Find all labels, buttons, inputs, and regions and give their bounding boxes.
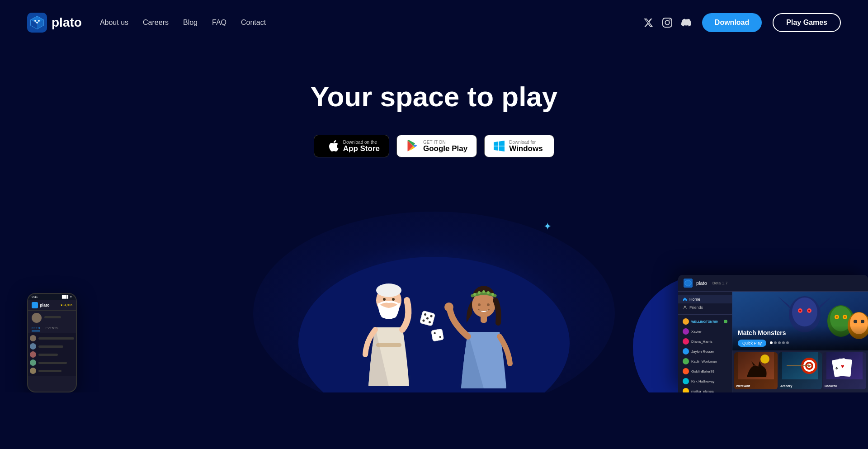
windows-big: Windows	[509, 145, 542, 152]
download-button[interactable]: Download	[702, 13, 762, 32]
hero-section: Your space to play Download on the App S…	[0, 45, 868, 184]
game-thumb-werewolf[interactable]: Werewolf	[734, 352, 778, 389]
home-icon	[683, 297, 687, 302]
zeus-character	[353, 264, 425, 392]
svg-point-9	[383, 298, 386, 301]
svg-point-40	[808, 310, 810, 312]
nav-contact[interactable]: Contact	[241, 19, 266, 26]
svg-point-39	[799, 310, 801, 312]
list-item: WELLINGTON789	[678, 317, 732, 326]
nav-careers[interactable]: Careers	[143, 19, 169, 26]
desktop-sidebar: Home Friends WELLINGTON789 Xavier	[678, 292, 732, 392]
friends-icon	[683, 305, 687, 310]
svg-rect-5	[376, 343, 401, 347]
navbar: plato About us Careers Blog FAQ Contact …	[0, 0, 868, 45]
appstore-small: Download on the	[343, 140, 380, 145]
googleplay-button[interactable]: GET IT ON Google Play	[396, 135, 477, 157]
woman-character	[443, 269, 524, 392]
list-item: Diana_Harris	[678, 336, 732, 346]
carousel-dots	[770, 341, 789, 344]
svg-point-2	[38, 20, 40, 22]
apple-logo-icon	[328, 140, 339, 152]
svg-point-30	[478, 303, 481, 306]
nav-blog[interactable]: Blog	[183, 19, 198, 26]
nav-right: Download Play Games	[643, 13, 841, 32]
twitter-icon[interactable]	[643, 18, 653, 28]
instagram-icon[interactable]	[662, 18, 672, 28]
list-item	[30, 359, 74, 366]
googleplay-small: GET IT ON	[423, 140, 467, 145]
svg-point-36	[792, 298, 817, 326]
desktop-logo-icon	[684, 279, 693, 288]
svg-point-8	[376, 284, 401, 297]
svg-point-52	[760, 354, 769, 364]
windows-icon	[494, 141, 505, 151]
logo-text: plato	[52, 15, 82, 30]
mockup-tab-events[interactable]: EVENTS	[46, 326, 58, 331]
list-item: Xavier	[678, 326, 732, 336]
mockup-app-header: plato ★34,916	[28, 300, 76, 311]
game-thumb-bankroll[interactable]: ♥ ♠ Bankroll	[823, 352, 866, 389]
googleplay-text: GET IT ON Google Play	[423, 140, 467, 152]
nav-faq[interactable]: FAQ	[212, 19, 226, 26]
windows-text: Download for Windows	[509, 140, 542, 152]
logo-link[interactable]: plato	[27, 13, 82, 33]
game-thumb-archery[interactable]: Archery	[778, 352, 822, 389]
hero-title: Your space to play	[311, 81, 558, 112]
online-dot	[724, 320, 727, 323]
sidebar-home[interactable]: Home	[678, 295, 732, 303]
discord-icon[interactable]	[681, 18, 691, 28]
svg-point-45	[836, 316, 838, 318]
desktop-version: Beta 1.7	[712, 281, 728, 285]
game-thumbnails: Werewolf	[732, 350, 868, 391]
svg-point-25	[473, 293, 476, 296]
svg-point-33	[684, 306, 686, 307]
svg-point-22	[444, 302, 453, 312]
svg-text:♠: ♠	[835, 365, 838, 370]
desktop-app-name: plato	[696, 280, 707, 286]
svg-point-46	[844, 316, 846, 318]
list-item	[30, 368, 74, 374]
desktop-app-mockup: plato Beta 1.7 Home Friends WELLI	[678, 275, 868, 392]
woman-svg	[443, 269, 524, 391]
googleplay-big: Google Play	[423, 145, 467, 152]
svg-text:♥: ♥	[841, 363, 844, 369]
list-item	[30, 351, 74, 358]
logo-icon	[27, 13, 47, 33]
nav-left: plato About us Careers Blog FAQ Contact	[27, 13, 266, 33]
mockup-signal-icons: ▊▊▊ ✦	[62, 295, 72, 299]
mockup-user-list	[28, 333, 76, 376]
mockup-name-bar	[44, 316, 61, 318]
appstore-text: Download on the App Store	[343, 140, 380, 152]
svg-point-31	[487, 303, 490, 306]
game-thumb-label-archery: Archery	[780, 384, 792, 388]
list-item	[30, 343, 74, 350]
svg-point-26	[478, 291, 481, 294]
list-item: Kadin Workman	[678, 356, 732, 366]
play-games-button[interactable]: Play Games	[773, 13, 841, 32]
svg-point-27	[482, 290, 485, 293]
list-item: Kirk Hatheway	[678, 376, 732, 386]
windows-button[interactable]: Download for Windows	[484, 135, 554, 157]
social-icons	[643, 18, 691, 28]
game-card-overlay: Match Monsters Quick Play	[732, 326, 868, 350]
svg-point-29	[491, 293, 494, 296]
mockup-tab-feed[interactable]: FEED	[32, 326, 40, 331]
status-bar: 9:41 ▊▊▊ ✦	[28, 294, 76, 300]
nav-about[interactable]: About us	[100, 19, 128, 26]
list-item	[30, 335, 74, 341]
mockup-avatar	[32, 313, 42, 323]
list-item: GoblinEater99	[678, 366, 732, 376]
svg-point-3	[36, 22, 38, 24]
quick-play-button[interactable]: Quick Play	[738, 340, 766, 347]
zeus-svg	[353, 264, 425, 391]
sparkle-icon: ✦	[543, 221, 552, 232]
google-play-icon	[406, 140, 419, 152]
game-title: Match Monsters	[738, 329, 863, 336]
appstore-button[interactable]: Download on the App Store	[314, 135, 389, 157]
mobile-app-mockup: 9:41 ▊▊▊ ✦ plato ★34,916 FEED EVENTS	[27, 293, 77, 392]
sidebar-friends[interactable]: Friends	[678, 303, 732, 312]
desktop-titlebar: plato Beta 1.7	[678, 275, 868, 292]
mockup-rating: ★34,916	[60, 303, 72, 307]
svg-point-10	[392, 298, 395, 301]
